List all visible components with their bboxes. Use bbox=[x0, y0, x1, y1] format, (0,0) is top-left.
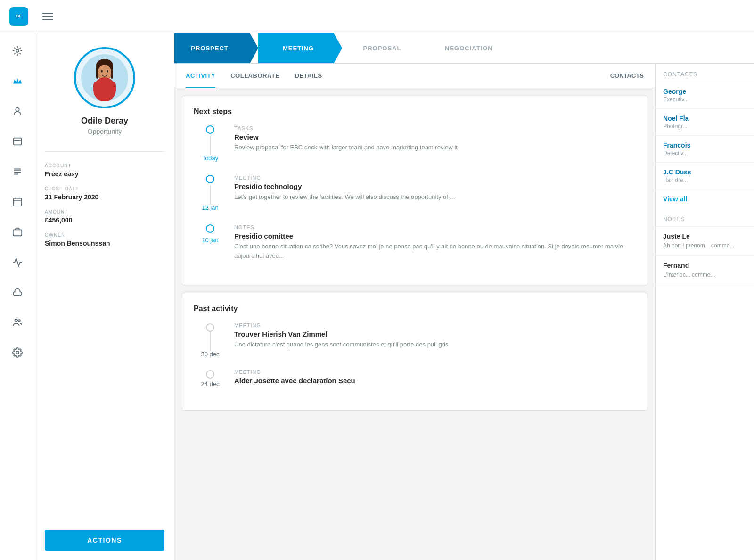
left-panel: Odile Deray Opportunity ACCOUNT Freez ea… bbox=[35, 33, 174, 560]
note-desc-fernand: L'interloc... comme... bbox=[663, 271, 746, 279]
hamburger-menu[interactable] bbox=[42, 13, 53, 20]
middle-panel: ACTIVITY COLLABORATE DETAILS CONTACTS Ne… bbox=[174, 64, 655, 560]
contact-role-francois: Detectiv... bbox=[663, 150, 746, 156]
tab-collaborate[interactable]: COLLABORATE bbox=[230, 65, 279, 88]
divider-1 bbox=[45, 151, 164, 152]
main-content: PROSPECT MEETING PROPOSAL NEGOCIATION AC… bbox=[174, 33, 754, 560]
past-dot-1 bbox=[206, 323, 214, 332]
owner-value: Simon Bensounssan bbox=[45, 239, 164, 247]
note-item-juste: Juste Le Ah bon ! prenom... comme... bbox=[656, 227, 754, 256]
content-area: ACTIVITY COLLABORATE DETAILS CONTACTS Ne… bbox=[174, 64, 754, 560]
past-activity-title: Past activity bbox=[194, 305, 636, 313]
svg-rect-6 bbox=[13, 230, 22, 236]
svg-point-17 bbox=[107, 70, 108, 73]
tabs: ACTIVITY COLLABORATE DETAILS CONTACTS bbox=[174, 64, 655, 88]
tab-details[interactable]: DETAILS bbox=[295, 65, 322, 88]
nav-list-icon[interactable] bbox=[9, 163, 26, 180]
nav-chart-icon[interactable] bbox=[9, 254, 26, 271]
nav-cloud-icon[interactable] bbox=[9, 284, 26, 301]
past-title-1: Trouver Hierish Van Zimmel bbox=[234, 330, 636, 338]
timeline-dot-1 bbox=[206, 125, 214, 134]
stage-proposal[interactable]: PROPOSAL bbox=[342, 33, 418, 63]
nav-settings-icon[interactable] bbox=[9, 344, 26, 361]
timeline-type-2: MEETING bbox=[234, 175, 636, 181]
past-date-1: 30 dec bbox=[201, 351, 219, 358]
contact-item-francois[interactable]: Francois Detectiv... bbox=[656, 136, 754, 163]
next-steps-title: Next steps bbox=[194, 107, 636, 116]
contact-name-jc: J.C Duss bbox=[663, 168, 746, 176]
contact-item-george[interactable]: George Executiv... bbox=[656, 82, 754, 109]
next-steps-card: Next steps Today TASKS Review Review pro… bbox=[182, 96, 647, 285]
notes-section-title: NOTES bbox=[656, 208, 754, 227]
past-desc-1: Une dictature c'est quand les gens sont … bbox=[234, 340, 636, 349]
contact-role-george: Executiv... bbox=[663, 96, 746, 103]
timeline-type-1: TASKS bbox=[234, 125, 636, 131]
timeline-item-today: Today TASKS Review Review proposal for E… bbox=[194, 125, 636, 162]
contact-name-george: George bbox=[663, 88, 746, 95]
avatar bbox=[74, 47, 135, 108]
amount-value: £456,000 bbox=[45, 216, 164, 224]
svg-rect-19 bbox=[93, 82, 116, 91]
past-item-24dec: 24 dec MEETING Aider Josette avec declar… bbox=[194, 369, 636, 387]
timeline-date-1: Today bbox=[202, 155, 219, 162]
timeline-title-3: Presidio comittee bbox=[234, 232, 636, 240]
contact-role-noel: Photogr... bbox=[663, 123, 746, 130]
note-desc-juste: Ah bon ! prenom... comme... bbox=[663, 242, 746, 250]
past-item-30dec: 30 dec MEETING Trouver Hierish Van Zimme… bbox=[194, 322, 636, 358]
nav-people-icon[interactable] bbox=[9, 314, 26, 331]
nav-crown-icon[interactable] bbox=[9, 73, 26, 90]
past-type-2: MEETING bbox=[234, 369, 636, 375]
timeline-title-1: Review bbox=[234, 133, 636, 141]
timeline-item-12jan: 12 jan MEETING Presidio technology Let's… bbox=[194, 175, 636, 211]
view-all-button[interactable]: View all bbox=[656, 189, 754, 208]
nav-inbox-icon[interactable] bbox=[9, 133, 26, 150]
contact-item-noel[interactable]: Noel Fla Photogr... bbox=[656, 109, 754, 136]
timeline-date-2: 12 jan bbox=[202, 204, 218, 211]
stage-negociation[interactable]: NEGOCIATION bbox=[426, 33, 507, 63]
timeline-content-3: NOTES Presidio comittee C'est une bonne … bbox=[234, 224, 636, 260]
nav-calendar-icon[interactable] bbox=[9, 193, 26, 210]
close-date-label: CLOSE DATE bbox=[45, 186, 164, 191]
info-section: ACCOUNT Freez easy CLOSE DATE 31 Februar… bbox=[45, 163, 164, 255]
svg-rect-4 bbox=[14, 138, 22, 145]
timeline-line-2 bbox=[210, 185, 211, 204]
past-content-1: MEETING Trouver Hierish Van Zimmel Une d… bbox=[234, 322, 636, 358]
top-bar: SF bbox=[0, 0, 754, 33]
contacts-section-title: CONTACTS bbox=[656, 64, 754, 82]
past-dot-2 bbox=[206, 370, 214, 379]
past-line-1 bbox=[210, 332, 211, 351]
svg-rect-5 bbox=[14, 198, 22, 206]
account-value: Freez easy bbox=[45, 170, 164, 178]
svg-point-9 bbox=[16, 351, 19, 354]
past-activity-card: Past activity 30 dec MEETING Trouver Hie… bbox=[182, 293, 647, 411]
svg-point-3 bbox=[16, 108, 19, 111]
amount-label: AMOUNT bbox=[45, 209, 164, 214]
contact-item-jc[interactable]: J.C Duss Hair dre... bbox=[656, 163, 754, 189]
timeline-date-3: 10 jan bbox=[202, 237, 218, 244]
nav-home-icon[interactable] bbox=[9, 42, 26, 59]
note-item-fernand: Fernand L'interloc... comme... bbox=[656, 256, 754, 285]
stage-prospect[interactable]: PROSPECT bbox=[174, 33, 250, 63]
nav-briefcase-icon[interactable] bbox=[9, 223, 26, 240]
timeline-desc-2: Let's get together to review the facilit… bbox=[234, 192, 636, 202]
close-date-value: 31 February 2020 bbox=[45, 193, 164, 201]
timeline-item-10jan: 10 jan NOTES Presidio comittee C'est une… bbox=[194, 224, 636, 260]
salesforce-logo[interactable]: SF bbox=[9, 7, 28, 26]
note-name-juste: Juste Le bbox=[663, 232, 746, 240]
svg-point-8 bbox=[18, 320, 20, 322]
tab-activity[interactable]: ACTIVITY bbox=[186, 65, 215, 88]
actions-button[interactable]: ACTIONS bbox=[45, 530, 164, 551]
past-content-2: MEETING Aider Josette avec declaration S… bbox=[234, 369, 636, 387]
timeline-content-1: TASKS Review Review proposal for EBC dec… bbox=[234, 125, 636, 162]
timeline-type-3: NOTES bbox=[234, 224, 636, 230]
contact-name-francois: Francois bbox=[663, 141, 746, 149]
pipeline: PROSPECT MEETING PROPOSAL NEGOCIATION bbox=[174, 33, 754, 64]
owner-label: OWNER bbox=[45, 232, 164, 238]
svg-point-2 bbox=[16, 49, 19, 52]
stage-meeting[interactable]: MEETING bbox=[258, 33, 334, 63]
svg-point-7 bbox=[15, 319, 18, 322]
contact-role: Opportunity bbox=[88, 128, 122, 135]
past-type-1: MEETING bbox=[234, 322, 636, 328]
nav-person-icon[interactable] bbox=[9, 103, 26, 120]
timeline-dot-3 bbox=[206, 224, 214, 233]
